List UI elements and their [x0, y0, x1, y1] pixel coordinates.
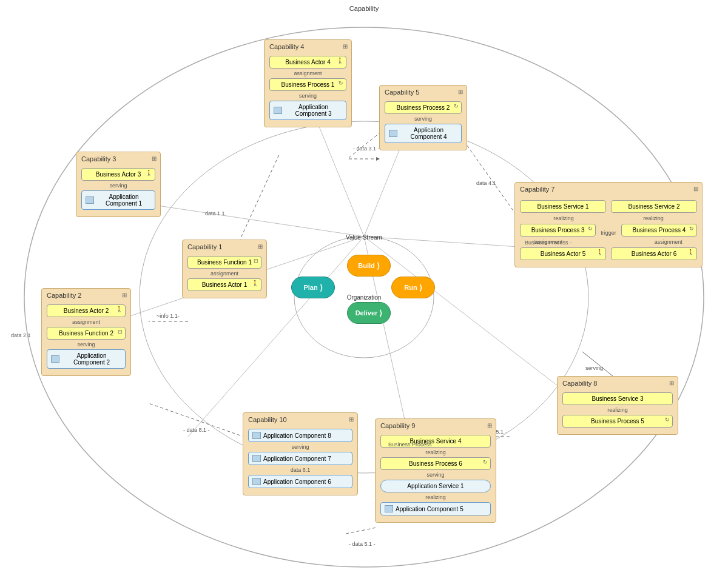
svg-text:- data 5.1 -: - data 5.1 -	[349, 541, 376, 547]
svg-text:serving: serving	[585, 365, 603, 371]
business-actor-4: Business Actor 4 🚶	[269, 56, 346, 69]
app-component-8: Application Component 8	[248, 429, 352, 442]
business-process-label: Business Process -	[525, 240, 571, 246]
business-actor-2: Business Actor 2 🚶	[47, 304, 126, 317]
app-component-4: Application Component 4	[385, 124, 462, 143]
svg-text:~info 1.1-: ~info 1.1-	[157, 313, 180, 319]
application-service-1: Application Service 1	[380, 480, 491, 492]
business-actor-1: Business Actor 1 🚶	[187, 278, 261, 291]
app-component-5: Application Component 5	[380, 502, 491, 515]
svg-text:Capability: Capability	[349, 5, 379, 12]
diagram-container: data 1.1 - data 3.1 - data 4.1 ~info 1.1…	[0, 0, 728, 584]
capability-2-box: Capability 2 ⊞ Business Actor 2 🚶 assign…	[41, 288, 131, 376]
cap7-title: Capability 7	[520, 186, 554, 193]
app-component-1: Application Component 1	[81, 190, 155, 210]
business-service-3: Business Service 3	[562, 392, 673, 405]
deliver-label: Run	[404, 284, 417, 291]
business-process-1: Business Process 1 ↻	[269, 78, 346, 91]
svg-text:Value Stream: Value Stream	[346, 234, 382, 241]
cap10-title: Capability 10	[248, 416, 287, 423]
business-actor-3: Business Actor 3 🚶	[81, 168, 155, 181]
vs-deliver-node: Run ⟩	[391, 277, 435, 298]
svg-text:- data 8.1 -: - data 8.1 -	[183, 427, 210, 433]
business-process-6: Business Process 6 ↻	[380, 457, 491, 470]
svg-text:Organization: Organization	[347, 294, 382, 301]
svg-text:- data 3.1 -: - data 3.1 -	[353, 146, 380, 152]
cap9-title: Capability 9	[380, 422, 415, 429]
plan-label: Plan	[303, 284, 317, 291]
bp-cap9-label: Business Process	[388, 441, 432, 448]
business-service-2: Business Service 2	[611, 200, 697, 213]
capability-5-box: Capability 5 ⊞ Business Process 2 ↻ serv…	[379, 85, 467, 150]
capability-8-box: Capability 8 ⊞ Business Service 3 realiz…	[557, 376, 678, 435]
business-process-5: Business Process 5 ↻	[562, 415, 673, 428]
capability-1-box: Capability 1 ⊞ Business Function 1 ⊡ ass…	[182, 240, 267, 298]
svg-line-14	[349, 133, 379, 158]
capability-3-box: Capability 3 ⊞ Business Actor 3 🚶 servin…	[76, 152, 161, 217]
run-label: Deliver	[356, 309, 378, 317]
cap4-title: Capability 4	[269, 43, 304, 50]
svg-line-28	[582, 352, 613, 376]
svg-text:data 1.1: data 1.1	[205, 210, 225, 216]
vs-run-node: Deliver ⟩	[347, 302, 391, 324]
app-component-7: Application Component 7	[248, 452, 352, 465]
business-process-4: Business Process 4 ↻	[621, 224, 697, 237]
app-component-3: Application Component 3	[269, 101, 346, 120]
capability-9-box: Capability 9 ⊞ Business Service 4 realiz…	[375, 418, 496, 523]
cap3-title: Capability 3	[81, 155, 116, 163]
business-actor-5: Business Actor 5 🚶	[520, 247, 606, 260]
svg-line-16	[467, 146, 519, 218]
app-component-6: Application Component 6	[248, 475, 352, 488]
business-process-3: Business Process 3 ↻	[520, 224, 596, 237]
svg-text:data 2.1: data 2.1	[11, 332, 31, 338]
app-component-2: Application Component 2	[47, 349, 126, 369]
capability-7-box: Capability 7 ⊞ Business Service 1 Busine…	[514, 182, 703, 267]
business-function-2: Business Function 2 ⊡	[47, 327, 126, 340]
business-function-1: Business Function 1 ⊡	[187, 256, 261, 269]
cap2-title: Capability 2	[47, 292, 81, 299]
capability-10-box: Capability 10 ⊞ Application Component 8 …	[243, 412, 358, 495]
svg-text:data 4.1: data 4.1	[476, 180, 496, 186]
business-process-2: Business Process 2 ↻	[385, 101, 462, 114]
svg-line-24	[346, 528, 376, 534]
build-label: Build	[358, 262, 375, 269]
cap1-title: Capability 1	[187, 243, 222, 250]
business-service-1: Business Service 1	[520, 200, 606, 213]
business-actor-6: Business Actor 6 🚶	[611, 247, 697, 260]
vs-plan-node: Plan ⟩	[291, 277, 335, 298]
vs-build-node: Build ⟩	[347, 255, 391, 277]
cap8-title: Capability 8	[562, 380, 597, 387]
cap5-title: Capability 5	[385, 89, 419, 96]
capability-4-box: Capability 4 ⊞ Business Actor 4 🚶 assign…	[264, 39, 352, 127]
